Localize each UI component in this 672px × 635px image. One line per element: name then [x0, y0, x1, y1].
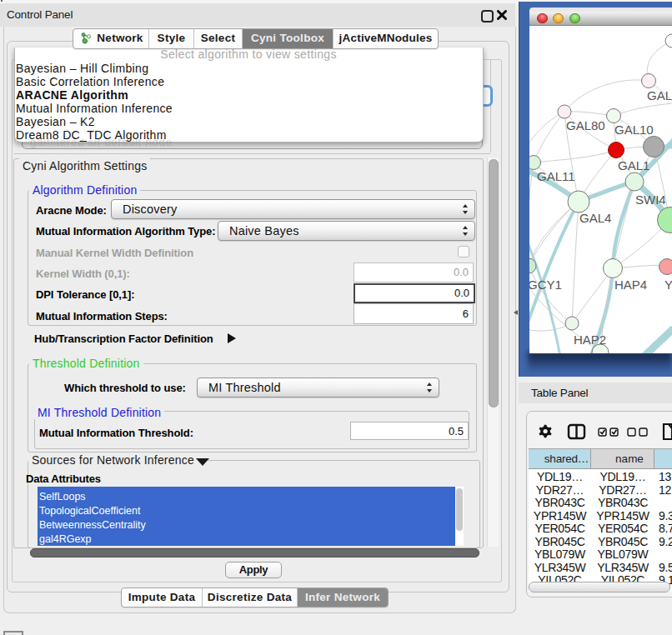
svg-text:GAL11: GAL11: [537, 169, 575, 183]
svg-text:GAL7: GAL7: [647, 88, 672, 102]
svg-text:GCY1: GCY1: [529, 278, 562, 292]
svg-text:HAP2: HAP2: [574, 332, 606, 347]
svg-text:YP: YP: [664, 278, 672, 292]
svg-text:GAL10: GAL10: [614, 122, 654, 137]
svg-text:GAL80: GAL80: [566, 118, 605, 132]
svg-text:HAP4: HAP4: [614, 278, 647, 292]
svg-text:SWI4: SWI4: [635, 192, 666, 207]
svg-text:GAL1: GAL1: [618, 158, 649, 172]
svg-text:GAL4: GAL4: [579, 211, 611, 225]
